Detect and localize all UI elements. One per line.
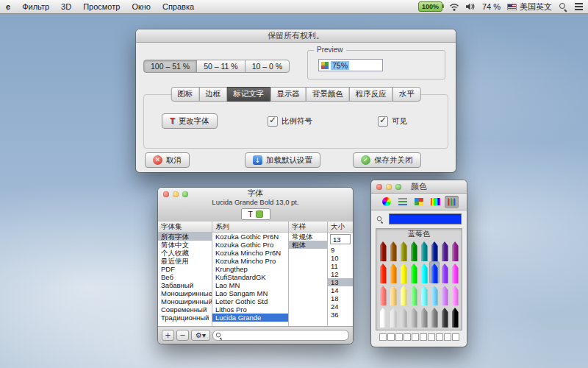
crayon[interactable] <box>398 305 409 328</box>
percent-range-segment[interactable]: 100 – 51 % <box>143 60 197 73</box>
collection-item[interactable]: 简体中文 <box>158 241 212 249</box>
collection-item[interactable]: Традиционный <box>158 314 212 322</box>
size-item[interactable]: 14 <box>328 286 353 294</box>
proportional-symbols-checkbox[interactable]: 比例符号 <box>268 116 312 127</box>
input-source-menu[interactable]: 美国英文 <box>507 1 552 13</box>
font-search-field[interactable] <box>212 330 349 341</box>
zoom-button[interactable] <box>182 191 188 197</box>
spotlight-icon[interactable] <box>559 2 567 11</box>
crayon[interactable] <box>409 283 419 305</box>
sliders-mode-button[interactable] <box>396 196 410 208</box>
settings-tab[interactable]: 背景颜色 <box>306 87 350 102</box>
crayon[interactable] <box>440 239 450 261</box>
close-button[interactable] <box>163 191 169 197</box>
size-item[interactable]: 18 <box>328 294 353 302</box>
zoom-button[interactable] <box>395 184 401 190</box>
crayon[interactable] <box>378 305 388 328</box>
minimize-button[interactable] <box>386 184 392 190</box>
swatch-well[interactable] <box>428 333 435 341</box>
typeface-item[interactable]: 常规体 <box>289 233 327 241</box>
action-menu-button[interactable]: ⚙ ▾ <box>191 330 210 341</box>
size-item[interactable]: 24 <box>328 302 353 311</box>
size-item[interactable]: 10 <box>328 254 353 262</box>
typeface-item[interactable]: 粗体 <box>289 241 327 249</box>
crayon[interactable] <box>409 305 419 328</box>
family-item[interactable]: KufiStandardGK <box>212 273 288 281</box>
remove-collection-button[interactable]: − <box>176 330 189 341</box>
crayon[interactable] <box>440 305 450 328</box>
family-item[interactable]: Kozuka Mincho Pr6N <box>212 249 288 257</box>
settings-tab[interactable]: 显示器 <box>270 87 306 102</box>
crayon[interactable] <box>398 261 409 283</box>
crayons-mode-button[interactable] <box>445 196 459 208</box>
crayon[interactable] <box>450 305 460 328</box>
crayon[interactable] <box>378 239 388 261</box>
swatch-well[interactable] <box>404 333 411 341</box>
crayon[interactable] <box>440 283 450 305</box>
size-item[interactable]: 36 <box>328 311 353 319</box>
close-button[interactable] <box>376 184 382 190</box>
menu-item[interactable]: Окно <box>126 0 157 14</box>
collection-item[interactable]: Забавный <box>158 281 212 289</box>
percent-range-segment[interactable]: 10 – 0 % <box>245 60 290 73</box>
visible-checkbox[interactable]: 可见 <box>378 116 407 127</box>
battery-indicator[interactable]: 100% <box>418 1 442 12</box>
crayon[interactable] <box>429 239 440 261</box>
menu-item[interactable]: Фильтр <box>16 0 55 14</box>
crayon[interactable] <box>378 283 388 305</box>
crayon[interactable] <box>388 283 398 305</box>
collection-item[interactable]: 所有字体 <box>158 233 212 241</box>
menu-item[interactable]: 3D <box>55 0 77 14</box>
size-input[interactable] <box>330 234 351 244</box>
family-item[interactable]: Kozuka Mincho Pro <box>212 257 288 265</box>
settings-tab[interactable]: 标记文字 <box>226 87 270 102</box>
settings-tab[interactable]: 程序反应 <box>349 87 393 102</box>
add-collection-button[interactable]: + <box>162 330 174 341</box>
swatch-well[interactable] <box>436 333 443 341</box>
search-icon[interactable] <box>376 216 384 223</box>
collection-item[interactable]: PDF <box>158 265 212 273</box>
percent-range-segment[interactable]: 50 – 11 % <box>196 60 245 73</box>
minimize-button[interactable] <box>173 191 179 197</box>
family-item[interactable]: Lithos Pro <box>212 305 288 314</box>
crayon[interactable] <box>388 239 398 261</box>
spectrum-mode-button[interactable] <box>429 196 442 208</box>
collection-item[interactable]: 最近使用 <box>158 257 212 265</box>
collection-item[interactable]: Моноширинный <box>158 297 212 305</box>
settings-tab[interactable]: 图标 <box>171 87 199 102</box>
palette-mode-button[interactable] <box>412 196 426 208</box>
preview-field[interactable]: 75% <box>318 59 383 71</box>
collection-item[interactable]: Современный <box>158 305 212 314</box>
crayon[interactable] <box>419 261 429 283</box>
collection-item[interactable]: Моноширинные <box>158 289 212 297</box>
crayon[interactable] <box>398 239 409 261</box>
crayon[interactable] <box>429 283 440 305</box>
collection-item[interactable]: 个人收藏 <box>158 249 212 257</box>
crayon[interactable] <box>450 283 460 305</box>
family-item[interactable]: Letter Gothic Std <box>212 297 288 305</box>
swatch-well[interactable] <box>379 333 387 341</box>
current-color-well[interactable] <box>389 213 462 224</box>
colors-panel-titlebar[interactable]: 颜色 <box>371 180 467 194</box>
collection-item[interactable]: Веб <box>158 273 212 281</box>
crayon[interactable] <box>419 305 429 328</box>
crayon[interactable] <box>429 305 440 328</box>
crayon[interactable] <box>409 239 419 261</box>
crayon[interactable] <box>388 305 398 328</box>
family-item[interactable]: Lao Sangam MN <box>212 289 288 297</box>
font-color-swatch[interactable] <box>256 210 263 218</box>
crayon[interactable] <box>450 261 460 283</box>
size-item[interactable]: 9 <box>328 246 353 254</box>
crayon[interactable] <box>440 261 450 283</box>
crayon[interactable] <box>419 239 429 261</box>
percent-indicator[interactable]: 74 % <box>482 2 501 11</box>
crayon[interactable] <box>450 239 460 261</box>
crayon[interactable] <box>378 261 388 283</box>
settings-dialog-titlebar[interactable]: 保留所有权利。 <box>136 29 456 43</box>
family-item[interactable]: Kozuka Gothic Pr6N <box>212 233 288 241</box>
menu-item[interactable]: Просмотр <box>77 0 126 14</box>
crayon[interactable] <box>388 261 398 283</box>
save-close-button[interactable]: ✓ 保存并关闭 <box>353 152 421 168</box>
notification-center-icon[interactable] <box>575 6 583 7</box>
size-item[interactable]: 11 <box>328 262 353 270</box>
